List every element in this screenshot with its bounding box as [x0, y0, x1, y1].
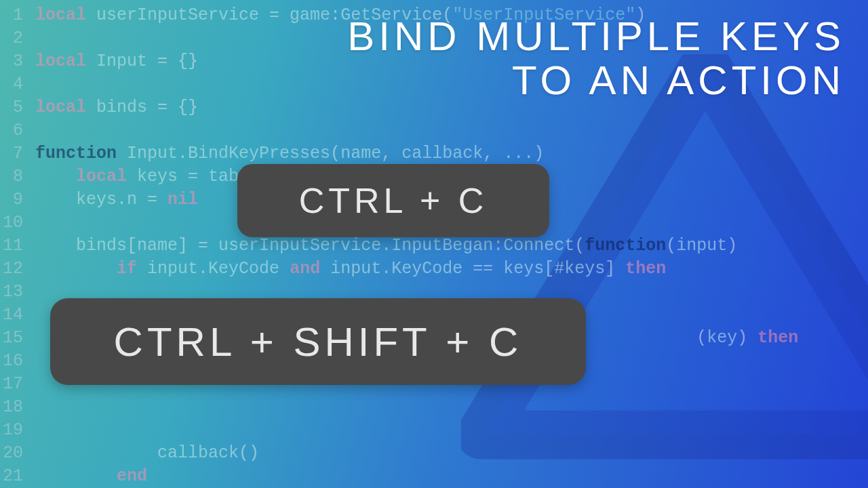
line-number: 9 — [0, 188, 35, 211]
line-number: 15 — [0, 327, 35, 350]
shortcut-pill-ctrl-shift-c: CTRL + SHIFT + C — [50, 298, 586, 385]
line-number: 2 — [0, 27, 35, 50]
line-number: 1 — [0, 4, 35, 27]
thumbnail-stage: 1local userInputService = game:GetServic… — [0, 0, 868, 488]
line-number: 20 — [0, 442, 35, 465]
shortcut-text: CTRL + C — [299, 180, 488, 221]
line-number: 21 — [0, 465, 35, 488]
line-number: 5 — [0, 96, 35, 119]
line-number: 17 — [0, 373, 35, 396]
line-number: 6 — [0, 119, 35, 142]
line-number: 12 — [0, 258, 35, 281]
shortcut-pill-ctrl-c: CTRL + C — [237, 164, 549, 237]
headline: BIND MULTIPLE KEYS TO AN ACTION — [347, 15, 845, 103]
line-number: 13 — [0, 281, 35, 304]
line-number: 19 — [0, 419, 35, 442]
line-number: 16 — [0, 350, 35, 373]
line-number: 10 — [0, 211, 35, 235]
headline-line-1: BIND MULTIPLE KEYS — [347, 15, 845, 59]
line-number: 3 — [0, 50, 35, 73]
line-number: 14 — [0, 304, 35, 327]
line-number: 8 — [0, 165, 35, 188]
logo-shape — [461, 54, 868, 488]
line-number: 11 — [0, 235, 35, 258]
headline-line-2: TO AN ACTION — [347, 59, 845, 103]
line-number: 4 — [0, 73, 35, 96]
line-number: 7 — [0, 142, 35, 165]
shortcut-text: CTRL + SHIFT + C — [114, 319, 523, 365]
line-number: 18 — [0, 396, 35, 419]
